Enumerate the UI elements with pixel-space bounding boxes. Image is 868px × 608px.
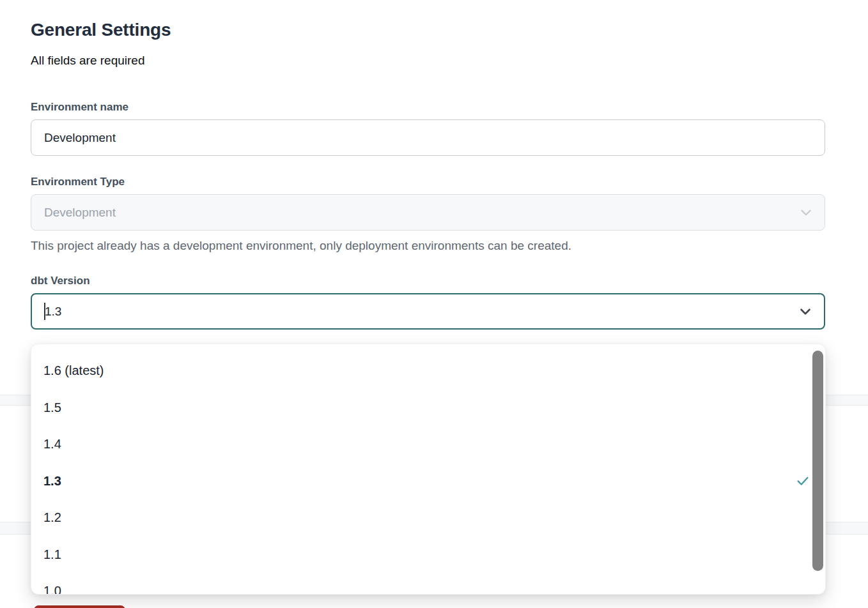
settings-page: General Settings All fields are required… (0, 0, 868, 608)
check-icon (796, 474, 810, 488)
danger-button[interactable] (34, 605, 125, 608)
environment-name-input[interactable] (31, 119, 825, 156)
dbt-version-value: 1.3 (45, 305, 61, 319)
dropdown-option-label: 1.5 (43, 400, 61, 415)
chevron-down-icon (798, 204, 814, 221)
dbt-version-label: dbt Version (31, 275, 825, 287)
dropdown-option-label: 1.4 (43, 437, 61, 452)
dropdown-scrollbar[interactable] (812, 351, 823, 571)
dropdown-option-label: 1.3 (43, 474, 61, 489)
environment-type-helper-text: This project already has a development e… (31, 239, 825, 253)
dropdown-option[interactable]: 1.2 (31, 499, 825, 536)
page-title: General Settings (31, 20, 825, 40)
dropdown-option-label: 1.6 (latest) (43, 363, 104, 378)
environment-type-select: Development (31, 194, 825, 231)
dbt-version-select[interactable]: 1.3 (31, 293, 825, 330)
environment-type-value: Development (44, 206, 116, 220)
dropdown-option[interactable]: 1.5 (31, 390, 825, 427)
dropdown-option[interactable]: 1.0 (31, 573, 825, 595)
dropdown-option-list: 1.6 (latest) 1.5 1.4 1.3 1.2 1.1 (31, 344, 825, 595)
dropdown-option[interactable]: 1.1 (31, 536, 825, 574)
dbt-version-dropdown: 1.6 (latest) 1.5 1.4 1.3 1.2 1.1 (31, 344, 826, 595)
dropdown-option[interactable]: 1.4 (31, 426, 825, 463)
chevron-down-icon (797, 303, 814, 320)
dropdown-option-label: 1.2 (43, 510, 61, 525)
dropdown-option[interactable]: 1.3 (31, 463, 825, 500)
dropdown-option-label: 1.1 (43, 547, 61, 562)
dropdown-option-label: 1.0 (43, 584, 61, 595)
general-settings-section: General Settings All fields are required… (31, 0, 825, 330)
page-subtitle: All fields are required (31, 54, 825, 68)
environment-type-label: Environment Type (31, 176, 825, 188)
environment-name-label: Environment name (31, 101, 825, 114)
dropdown-option[interactable]: 1.6 (latest) (31, 353, 825, 390)
